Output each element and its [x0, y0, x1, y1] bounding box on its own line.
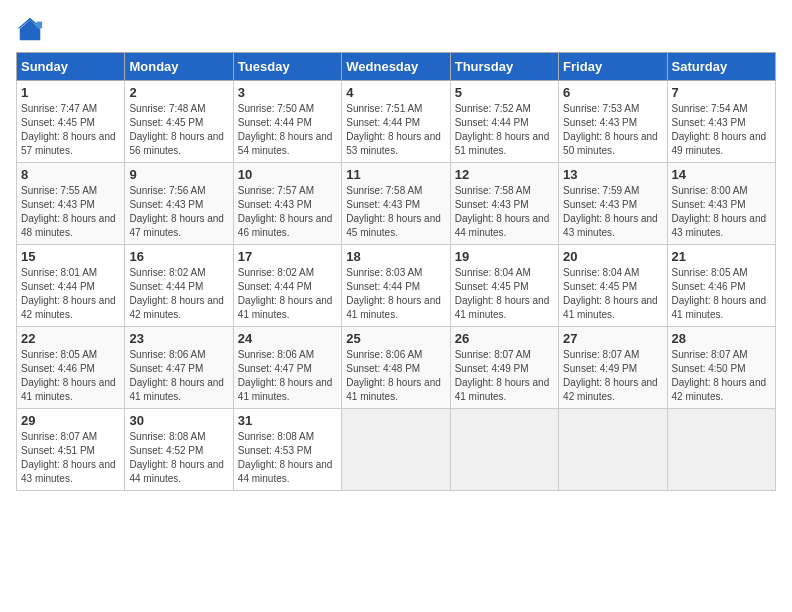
calendar-cell: 27Sunrise: 8:07 AMSunset: 4:49 PMDayligh… [559, 327, 667, 409]
day-number: 19 [455, 249, 554, 264]
day-number: 24 [238, 331, 337, 346]
header-cell-wednesday: Wednesday [342, 53, 450, 81]
day-number: 3 [238, 85, 337, 100]
calendar-cell: 14Sunrise: 8:00 AMSunset: 4:43 PMDayligh… [667, 163, 775, 245]
day-info: Sunrise: 8:00 AMSunset: 4:43 PMDaylight:… [672, 184, 771, 240]
calendar-cell: 9Sunrise: 7:56 AMSunset: 4:43 PMDaylight… [125, 163, 233, 245]
calendar-cell: 22Sunrise: 8:05 AMSunset: 4:46 PMDayligh… [17, 327, 125, 409]
calendar-cell: 6Sunrise: 7:53 AMSunset: 4:43 PMDaylight… [559, 81, 667, 163]
header-row: SundayMondayTuesdayWednesdayThursdayFrid… [17, 53, 776, 81]
day-number: 22 [21, 331, 120, 346]
calendar-cell [342, 409, 450, 491]
day-number: 2 [129, 85, 228, 100]
calendar-cell: 31Sunrise: 8:08 AMSunset: 4:53 PMDayligh… [233, 409, 341, 491]
day-number: 21 [672, 249, 771, 264]
calendar-cell: 12Sunrise: 7:58 AMSunset: 4:43 PMDayligh… [450, 163, 558, 245]
day-number: 28 [672, 331, 771, 346]
day-info: Sunrise: 7:50 AMSunset: 4:44 PMDaylight:… [238, 102, 337, 158]
header [16, 16, 776, 44]
day-info: Sunrise: 8:07 AMSunset: 4:51 PMDaylight:… [21, 430, 120, 486]
calendar-cell: 24Sunrise: 8:06 AMSunset: 4:47 PMDayligh… [233, 327, 341, 409]
day-number: 13 [563, 167, 662, 182]
day-info: Sunrise: 8:01 AMSunset: 4:44 PMDaylight:… [21, 266, 120, 322]
calendar-cell: 25Sunrise: 8:06 AMSunset: 4:48 PMDayligh… [342, 327, 450, 409]
week-row-2: 8Sunrise: 7:55 AMSunset: 4:43 PMDaylight… [17, 163, 776, 245]
day-number: 16 [129, 249, 228, 264]
calendar-cell [559, 409, 667, 491]
calendar-cell: 13Sunrise: 7:59 AMSunset: 4:43 PMDayligh… [559, 163, 667, 245]
day-info: Sunrise: 8:03 AMSunset: 4:44 PMDaylight:… [346, 266, 445, 322]
week-row-1: 1Sunrise: 7:47 AMSunset: 4:45 PMDaylight… [17, 81, 776, 163]
calendar-cell [450, 409, 558, 491]
day-info: Sunrise: 7:52 AMSunset: 4:44 PMDaylight:… [455, 102, 554, 158]
calendar-cell: 7Sunrise: 7:54 AMSunset: 4:43 PMDaylight… [667, 81, 775, 163]
calendar-cell: 26Sunrise: 8:07 AMSunset: 4:49 PMDayligh… [450, 327, 558, 409]
day-info: Sunrise: 8:05 AMSunset: 4:46 PMDaylight:… [672, 266, 771, 322]
header-cell-tuesday: Tuesday [233, 53, 341, 81]
calendar-cell: 4Sunrise: 7:51 AMSunset: 4:44 PMDaylight… [342, 81, 450, 163]
calendar-cell: 15Sunrise: 8:01 AMSunset: 4:44 PMDayligh… [17, 245, 125, 327]
day-info: Sunrise: 8:06 AMSunset: 4:47 PMDaylight:… [238, 348, 337, 404]
header-cell-thursday: Thursday [450, 53, 558, 81]
week-row-5: 29Sunrise: 8:07 AMSunset: 4:51 PMDayligh… [17, 409, 776, 491]
calendar-cell: 23Sunrise: 8:06 AMSunset: 4:47 PMDayligh… [125, 327, 233, 409]
calendar-cell: 11Sunrise: 7:58 AMSunset: 4:43 PMDayligh… [342, 163, 450, 245]
day-info: Sunrise: 8:05 AMSunset: 4:46 PMDaylight:… [21, 348, 120, 404]
day-info: Sunrise: 8:02 AMSunset: 4:44 PMDaylight:… [238, 266, 337, 322]
day-info: Sunrise: 8:04 AMSunset: 4:45 PMDaylight:… [563, 266, 662, 322]
day-info: Sunrise: 8:06 AMSunset: 4:48 PMDaylight:… [346, 348, 445, 404]
day-number: 23 [129, 331, 228, 346]
week-row-4: 22Sunrise: 8:05 AMSunset: 4:46 PMDayligh… [17, 327, 776, 409]
calendar-cell: 21Sunrise: 8:05 AMSunset: 4:46 PMDayligh… [667, 245, 775, 327]
day-info: Sunrise: 7:47 AMSunset: 4:45 PMDaylight:… [21, 102, 120, 158]
day-number: 5 [455, 85, 554, 100]
day-number: 31 [238, 413, 337, 428]
calendar-cell [667, 409, 775, 491]
calendar-cell: 20Sunrise: 8:04 AMSunset: 4:45 PMDayligh… [559, 245, 667, 327]
day-number: 29 [21, 413, 120, 428]
day-number: 25 [346, 331, 445, 346]
day-info: Sunrise: 7:58 AMSunset: 4:43 PMDaylight:… [455, 184, 554, 240]
day-number: 14 [672, 167, 771, 182]
day-info: Sunrise: 8:07 AMSunset: 4:50 PMDaylight:… [672, 348, 771, 404]
calendar-cell: 1Sunrise: 7:47 AMSunset: 4:45 PMDaylight… [17, 81, 125, 163]
day-info: Sunrise: 7:51 AMSunset: 4:44 PMDaylight:… [346, 102, 445, 158]
week-row-3: 15Sunrise: 8:01 AMSunset: 4:44 PMDayligh… [17, 245, 776, 327]
day-number: 26 [455, 331, 554, 346]
day-number: 9 [129, 167, 228, 182]
day-number: 6 [563, 85, 662, 100]
calendar-cell: 5Sunrise: 7:52 AMSunset: 4:44 PMDaylight… [450, 81, 558, 163]
logo [16, 16, 48, 44]
logo-icon [16, 16, 44, 44]
header-cell-saturday: Saturday [667, 53, 775, 81]
day-info: Sunrise: 7:48 AMSunset: 4:45 PMDaylight:… [129, 102, 228, 158]
calendar-cell: 17Sunrise: 8:02 AMSunset: 4:44 PMDayligh… [233, 245, 341, 327]
day-number: 27 [563, 331, 662, 346]
header-cell-sunday: Sunday [17, 53, 125, 81]
day-info: Sunrise: 7:57 AMSunset: 4:43 PMDaylight:… [238, 184, 337, 240]
day-info: Sunrise: 7:58 AMSunset: 4:43 PMDaylight:… [346, 184, 445, 240]
header-cell-monday: Monday [125, 53, 233, 81]
day-number: 12 [455, 167, 554, 182]
day-number: 30 [129, 413, 228, 428]
day-info: Sunrise: 7:54 AMSunset: 4:43 PMDaylight:… [672, 102, 771, 158]
day-number: 18 [346, 249, 445, 264]
day-number: 10 [238, 167, 337, 182]
calendar-cell: 8Sunrise: 7:55 AMSunset: 4:43 PMDaylight… [17, 163, 125, 245]
day-info: Sunrise: 8:07 AMSunset: 4:49 PMDaylight:… [563, 348, 662, 404]
header-cell-friday: Friday [559, 53, 667, 81]
day-number: 17 [238, 249, 337, 264]
day-number: 15 [21, 249, 120, 264]
day-info: Sunrise: 8:04 AMSunset: 4:45 PMDaylight:… [455, 266, 554, 322]
day-number: 11 [346, 167, 445, 182]
calendar-cell: 10Sunrise: 7:57 AMSunset: 4:43 PMDayligh… [233, 163, 341, 245]
day-number: 7 [672, 85, 771, 100]
calendar-cell: 16Sunrise: 8:02 AMSunset: 4:44 PMDayligh… [125, 245, 233, 327]
calendar-table: SundayMondayTuesdayWednesdayThursdayFrid… [16, 52, 776, 491]
day-number: 1 [21, 85, 120, 100]
day-info: Sunrise: 8:08 AMSunset: 4:53 PMDaylight:… [238, 430, 337, 486]
day-info: Sunrise: 7:53 AMSunset: 4:43 PMDaylight:… [563, 102, 662, 158]
calendar-cell: 28Sunrise: 8:07 AMSunset: 4:50 PMDayligh… [667, 327, 775, 409]
day-info: Sunrise: 7:56 AMSunset: 4:43 PMDaylight:… [129, 184, 228, 240]
day-info: Sunrise: 7:59 AMSunset: 4:43 PMDaylight:… [563, 184, 662, 240]
